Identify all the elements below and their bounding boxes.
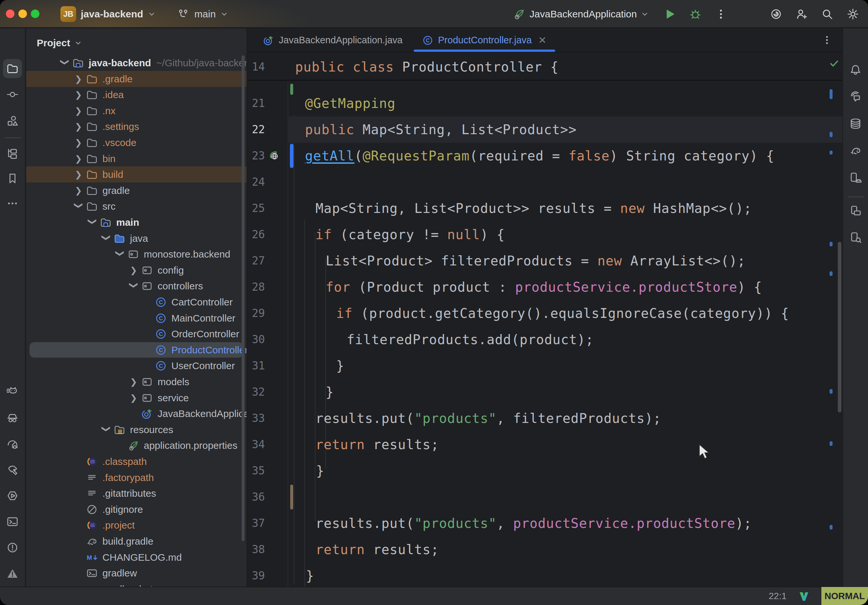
tree-item-monostore-backend[interactable]: ❯ monostore.backend xyxy=(26,246,247,262)
more-tool-windows[interactable] xyxy=(3,194,22,213)
tree-item-bin[interactable]: ❯ bin xyxy=(26,151,247,167)
line-number[interactable]: 27 xyxy=(248,248,265,274)
line-number[interactable]: 24 xyxy=(248,169,265,195)
code-line-27[interactable]: 27 List<Product> filteredProducts = new … xyxy=(248,248,842,274)
debug-button[interactable] xyxy=(689,8,702,21)
tree-expander[interactable]: ❯ xyxy=(74,74,83,84)
tree-item--gitattributes[interactable]: .gitattributes xyxy=(26,485,247,501)
zoom-window-button[interactable] xyxy=(31,9,39,18)
run-configuration-selector[interactable]: JavaBackendApplication xyxy=(513,8,649,21)
tree-item-productcontroller[interactable]: C ProductController xyxy=(26,342,247,358)
sticky-header-line[interactable]: 14 public class ProductController { xyxy=(248,53,842,81)
tree-expander[interactable]: ❯ xyxy=(87,217,98,226)
tree-expander[interactable]: ❯ xyxy=(74,186,83,195)
settings-gear-icon[interactable] xyxy=(846,8,859,21)
line-number[interactable]: 33 xyxy=(248,405,265,432)
tree-item--project[interactable]: .project xyxy=(26,517,247,533)
line-number[interactable]: 34 xyxy=(248,432,265,458)
line-number[interactable]: 28 xyxy=(248,274,265,300)
tree-item-maincontroller[interactable]: C MainController xyxy=(26,310,247,326)
line-number[interactable]: 22 xyxy=(248,116,265,143)
tree-item--factorypath[interactable]: .factorypath xyxy=(26,469,247,486)
run-button[interactable] xyxy=(663,8,676,21)
code-line-37[interactable]: 37 results.put("products", productServic… xyxy=(248,510,842,537)
structure-tool[interactable] xyxy=(3,111,22,131)
line-number[interactable]: 35 xyxy=(248,458,265,484)
close-window-button[interactable] xyxy=(6,9,14,18)
tree-expander[interactable]: ❯ xyxy=(74,138,83,148)
more-actions-kebab[interactable] xyxy=(715,8,727,21)
tree-item-java-backend[interactable]: ❯ java-backend~/Github/java-backend xyxy=(26,55,247,71)
tree-expander[interactable]: ❯ xyxy=(74,153,83,164)
notifications-bell[interactable] xyxy=(846,60,865,79)
code-line-26[interactable]: 26 if (category != null) { xyxy=(248,221,842,248)
tree-expander[interactable]: ❯ xyxy=(129,393,138,403)
tree-item-src[interactable]: ❯ src xyxy=(26,198,247,214)
minimize-window-button[interactable] xyxy=(19,9,27,18)
tree-item-resources[interactable]: ❯ resources xyxy=(26,422,247,438)
code-line-23[interactable]: 23 getAll(@RequestParam(required = false… xyxy=(248,143,842,169)
tree-item-build[interactable]: ❯ build xyxy=(26,166,247,183)
code-line-21[interactable]: 21 @GetMapping xyxy=(248,90,842,116)
hierarchy-tool[interactable] xyxy=(3,144,22,163)
line-number[interactable]: 39 xyxy=(248,563,265,586)
tree-item-models[interactable]: ❯ models xyxy=(26,374,247,390)
tree-item--idea[interactable]: ❯ .idea xyxy=(26,87,247,103)
project-tool[interactable] xyxy=(3,59,22,78)
code-line-38[interactable]: 38 return results; xyxy=(248,537,842,563)
code-line-32[interactable]: 32 } xyxy=(248,379,842,405)
tree-item--settings[interactable]: ❯ .settings xyxy=(26,118,247,135)
rest-endpoint-gutter-icon[interactable] xyxy=(266,149,281,162)
code-line-35[interactable]: 35 } xyxy=(248,458,842,484)
code-line-25[interactable]: 25 Map<String, List<Product>> results = … xyxy=(248,195,842,221)
line-number[interactable]: 23 xyxy=(248,143,265,169)
device-manager-tool[interactable] xyxy=(846,201,865,220)
code-line-39[interactable]: 39 } xyxy=(248,563,842,586)
terminal-tool[interactable] xyxy=(3,512,22,531)
ai-assistant-chat[interactable] xyxy=(846,87,865,106)
profiler-tool[interactable] xyxy=(3,435,22,453)
line-number[interactable]: 30 xyxy=(248,326,265,353)
sticky-line-14[interactable]: 14 public class ProductController { xyxy=(248,54,842,80)
tree-item-usercontroller[interactable]: C UserController xyxy=(26,357,247,374)
line-number[interactable]: 14 xyxy=(248,54,265,80)
tree-expander[interactable]: ❯ xyxy=(74,121,83,132)
tree-item-javabackendapplication[interactable]: JavaBackendApplication xyxy=(26,405,247,422)
tree-item-service[interactable]: ❯ service xyxy=(26,390,247,406)
tree-item--gitignore[interactable]: .gitignore xyxy=(26,501,247,517)
code-line-30[interactable]: 30 filteredProducts.add(product); xyxy=(248,326,842,353)
tree-item-main[interactable]: ❯ main xyxy=(26,214,247,230)
running-devices-tool[interactable] xyxy=(846,168,865,187)
project-scrollbar[interactable] xyxy=(242,56,245,541)
code-line-36[interactable]: 36 xyxy=(248,484,842,510)
ai-cat-tool[interactable] xyxy=(3,382,22,402)
tree-item-gradlew[interactable]: gradlew xyxy=(26,565,247,581)
code-line-34[interactable]: 34 return results; xyxy=(248,432,842,458)
tree-expander[interactable]: ❯ xyxy=(129,281,139,289)
tree-item-java[interactable]: ❯ java xyxy=(26,230,247,246)
tree-expander[interactable]: ❯ xyxy=(74,90,83,100)
tree-item-ordercontroller[interactable]: C OrderController xyxy=(26,326,247,342)
tree-expander[interactable]: ❯ xyxy=(74,169,83,179)
code-line-29[interactable]: 29 if (product.getCategory().equalsIgnor… xyxy=(248,300,842,326)
ideavim-icon[interactable] xyxy=(798,590,810,602)
tree-item-build-gradle[interactable]: build.gradle xyxy=(26,533,247,549)
code-line-33[interactable]: 33 results.put("products", filteredProdu… xyxy=(248,405,842,432)
database-tool[interactable] xyxy=(846,114,865,133)
line-number[interactable]: 36 xyxy=(248,484,265,510)
tree-item--gradle[interactable]: ❯ .gradle xyxy=(26,71,247,87)
caret-position[interactable]: 22:1 xyxy=(769,591,787,601)
tree-item--classpath[interactable]: .classpath xyxy=(26,453,247,469)
editor-scrollbar[interactable] xyxy=(838,242,842,412)
tree-expander[interactable]: ❯ xyxy=(60,58,70,66)
line-number[interactable]: 21 xyxy=(248,90,265,116)
gradle-tool[interactable] xyxy=(846,141,865,160)
code-line-28[interactable]: 28 for (Product product : productService… xyxy=(248,274,842,300)
services-tool[interactable] xyxy=(3,486,22,505)
vim-mode-badge[interactable]: NORMAL xyxy=(822,587,868,605)
inspections-ok-icon[interactable] xyxy=(828,57,840,69)
code-viewport[interactable]: 21 @GetMapping 22 public Map<String, Lis… xyxy=(248,82,842,586)
tree-expander[interactable]: ❯ xyxy=(129,265,138,275)
code-line-31[interactable]: 31 } xyxy=(248,353,842,379)
tree-expander[interactable]: ❯ xyxy=(129,377,138,387)
